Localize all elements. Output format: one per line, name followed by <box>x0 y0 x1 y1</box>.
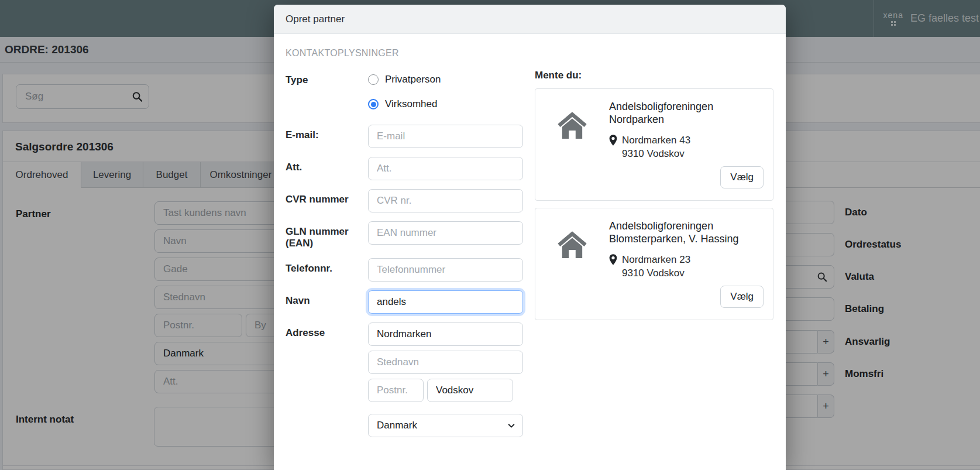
name-label: Navn <box>286 290 368 314</box>
email-label: E-mail: <box>286 125 368 148</box>
email-input[interactable] <box>368 125 523 148</box>
country-select-value: Danmark <box>377 420 417 431</box>
chevron-down-icon <box>507 421 515 430</box>
address-zip-input[interactable] <box>368 379 424 402</box>
name-input[interactable] <box>368 290 523 314</box>
select-suggestion-button[interactable]: Vælg <box>720 286 764 308</box>
suggestion-card: Andelsboligforeningen Blomsterparken, V.… <box>535 208 773 320</box>
phone-input[interactable] <box>368 258 523 282</box>
suggestion-address: Nordmarken 43 <box>622 133 690 147</box>
cvr-input[interactable] <box>368 189 523 212</box>
house-icon <box>535 101 609 188</box>
select-suggestion-button[interactable]: Vælg <box>720 166 764 188</box>
address-place-input[interactable] <box>368 351 523 374</box>
gln-label: GLN nummer (EAN) <box>286 221 368 249</box>
address-city-input[interactable] <box>427 379 513 402</box>
suggestion-card: Andelsboligforeningen Nordparken Nordmar… <box>535 88 773 201</box>
cvr-label: CVR nummer <box>286 189 368 212</box>
suggestion-address: Nordmarken 23 <box>622 253 690 266</box>
modal-header: Opret partner <box>274 5 786 34</box>
radio-label: Privatperson <box>385 74 441 85</box>
section-heading: KONTAKTOPLYSNINGER <box>286 48 523 59</box>
address-label: Adresse <box>286 323 368 437</box>
type-option-virksomhed[interactable]: Virksomhed <box>368 98 523 110</box>
address-street-input[interactable] <box>368 323 523 346</box>
suggestions-heading: Mente du: <box>535 70 773 81</box>
gln-input[interactable] <box>368 221 523 245</box>
radio-unchecked-icon[interactable] <box>368 74 379 85</box>
suggestion-name: Andelsboligforeningen Blomsterparken, V.… <box>609 220 764 246</box>
contact-form: KONTAKTOPLYSNINGER Type Privatperson Vir… <box>286 48 523 437</box>
suggestions-panel: Mente du: Andelsboligforeningen Nordpark… <box>535 48 773 437</box>
house-icon <box>535 220 609 308</box>
att-label: Att. <box>286 157 368 180</box>
address-country-select[interactable]: Danmark <box>368 414 523 437</box>
modal-title: Opret partner <box>286 13 345 25</box>
location-pin-icon <box>609 133 617 160</box>
phone-label: Telefonnr. <box>286 258 368 282</box>
suggestion-city: 9310 Vodskov <box>622 266 690 280</box>
type-label: Type <box>286 74 368 125</box>
suggestion-city: 9310 Vodskov <box>622 147 690 160</box>
suggestion-name: Andelsboligforeningen Nordparken <box>609 101 764 126</box>
att-input-modal[interactable] <box>368 157 523 180</box>
create-partner-modal: Opret partner KONTAKTOPLYSNINGER Type Pr… <box>274 5 786 470</box>
radio-checked-icon[interactable] <box>368 99 379 109</box>
location-pin-icon <box>609 253 617 280</box>
type-option-privatperson[interactable]: Privatperson <box>368 74 523 85</box>
radio-label: Virksomhed <box>385 98 437 110</box>
